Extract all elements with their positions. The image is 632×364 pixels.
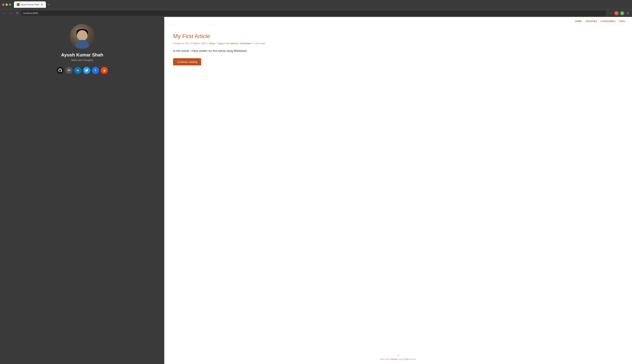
browser-title-bar: Ayush Kumar Shah × + bbox=[0, 0, 632, 9]
tab-bar: Ayush Kumar Shah × + bbox=[14, 2, 630, 8]
minimize-button[interactable] bbox=[6, 4, 8, 6]
nav-archives[interactable]: ARCHIVES bbox=[585, 20, 597, 22]
shield-icon: 🛡 bbox=[614, 11, 618, 15]
nav-home[interactable]: HOME bbox=[575, 20, 582, 22]
footer: © Built with Pelican using Flex theme bbox=[164, 350, 632, 364]
meta-category[interactable]: Blog bbox=[210, 42, 215, 45]
footer-copyright: © bbox=[171, 354, 625, 357]
reddit-icon[interactable] bbox=[101, 67, 108, 74]
footer-pelican-link[interactable]: Pelican bbox=[390, 358, 398, 360]
twitter-icon[interactable] bbox=[83, 67, 90, 74]
maximize-button[interactable] bbox=[9, 4, 11, 6]
traffic-lights bbox=[2, 4, 11, 6]
meta-tag-pelican[interactable]: pelican bbox=[231, 42, 238, 45]
article: My First Article Posted on Tue 17 March … bbox=[173, 33, 623, 66]
toolbar-icons: ☆ 🛡 G ⚙ bbox=[609, 11, 630, 15]
avatar-image bbox=[70, 24, 95, 49]
forward-button[interactable]: › bbox=[9, 11, 14, 16]
meta-read: • 1 min read bbox=[252, 42, 265, 45]
social-icons: ✉ in f bbox=[57, 67, 108, 74]
footer-built-prefix: Built with bbox=[380, 358, 390, 360]
nav-categories[interactable]: CATEGORIES bbox=[600, 20, 615, 22]
new-tab-button[interactable]: + bbox=[47, 2, 52, 7]
article-excerpt: In this article, I have written my first… bbox=[173, 49, 623, 53]
continue-reading-button[interactable]: Continue reading bbox=[173, 58, 201, 66]
avatar-face bbox=[77, 30, 88, 41]
footer-built: Built with Pelican using Flex theme bbox=[171, 358, 625, 360]
meta-date: Tue 17 March 2020 bbox=[185, 42, 206, 45]
tab-favicon bbox=[17, 3, 20, 6]
url-text: localhost:8000 bbox=[23, 12, 38, 14]
avatar bbox=[70, 24, 95, 49]
main-content: HOME ARCHIVES CATEGORIES TAGS My First A… bbox=[164, 17, 632, 364]
linkedin-icon[interactable]: in bbox=[74, 67, 81, 74]
avatar-body bbox=[75, 40, 89, 49]
ext-icon-2[interactable]: ⚙ bbox=[626, 11, 630, 15]
footer-using: using bbox=[398, 358, 404, 360]
top-nav: HOME ARCHIVES CATEGORIES TAGS bbox=[164, 17, 632, 26]
article-title: My First Article bbox=[173, 33, 623, 40]
footer-flex-link[interactable]: Flex bbox=[405, 358, 409, 360]
ext-icon-1[interactable]: G bbox=[620, 11, 624, 15]
page-wrapper: Ayush Kumar Shah Ideas and Thoughts ✉ in… bbox=[0, 17, 632, 364]
sidebar: Ayush Kumar Shah Ideas and Thoughts ✉ in… bbox=[0, 17, 164, 364]
author-tagline: Ideas and Thoughts bbox=[71, 59, 93, 62]
email-icon[interactable]: ✉ bbox=[66, 67, 73, 74]
tab-title: Ayush Kumar Shah bbox=[21, 3, 39, 6]
meta-tag-markdown[interactable]: markdown bbox=[240, 42, 251, 45]
meta-in: in bbox=[207, 42, 209, 45]
reload-button[interactable]: ↻ bbox=[15, 11, 20, 16]
bookmark-icon[interactable]: ☆ bbox=[609, 11, 613, 15]
article-meta: Posted on Tue 17 March 2020 in Blog • Ta… bbox=[173, 42, 623, 45]
active-tab[interactable]: Ayush Kumar Shah × bbox=[14, 2, 46, 8]
tab-close-button[interactable]: × bbox=[41, 3, 43, 6]
close-button[interactable] bbox=[2, 4, 5, 6]
nav-tags[interactable]: TAGS bbox=[619, 20, 625, 22]
author-name: Ayush Kumar Shah bbox=[61, 52, 103, 58]
address-bar[interactable]: localhost:8000 bbox=[21, 10, 606, 16]
content-area: My First Article Posted on Tue 17 March … bbox=[164, 26, 632, 350]
github-icon[interactable] bbox=[57, 67, 64, 74]
footer-theme: theme bbox=[409, 358, 416, 360]
meta-prefix: Posted on bbox=[173, 42, 184, 45]
back-button[interactable]: ‹ bbox=[2, 11, 7, 16]
facebook-icon[interactable]: f bbox=[92, 67, 99, 74]
meta-tagged: • Tagged with bbox=[215, 42, 231, 45]
address-bar-row: ‹ › ↻ localhost:8000 ☆ 🛡 G ⚙ bbox=[0, 9, 632, 17]
